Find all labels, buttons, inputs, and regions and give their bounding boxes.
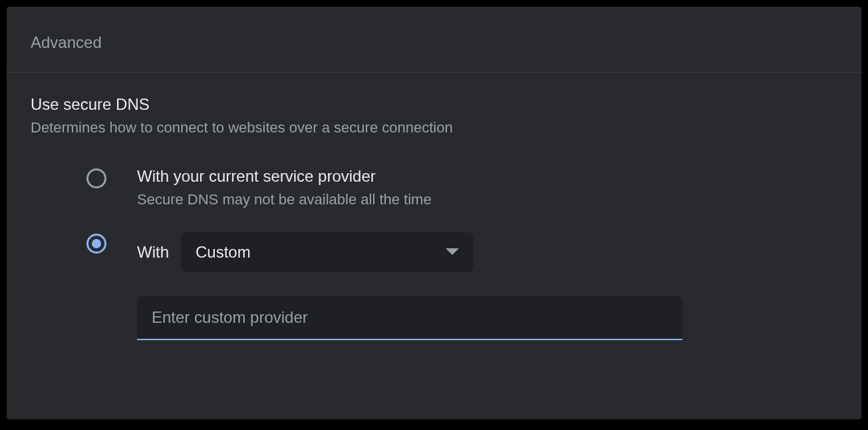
option-with-custom[interactable]: With Custom — [86, 232, 837, 272]
section-title: Advanced — [31, 33, 837, 52]
option-with-label: With — [137, 243, 169, 262]
dns-options: With your current service provider Secur… — [31, 167, 837, 340]
option-current-provider[interactable]: With your current service provider Secur… — [86, 167, 837, 208]
radio-unchecked-icon[interactable] — [86, 168, 106, 188]
option-sublabel: Secure DNS may not be available all the … — [137, 191, 837, 208]
section-header: Advanced — [7, 7, 861, 73]
radio-checked-icon[interactable] — [86, 234, 106, 254]
setting-title: Use secure DNS — [31, 95, 837, 114]
option-label: With your current service provider — [137, 167, 837, 186]
caret-down-icon — [446, 248, 459, 256]
custom-provider-field-wrap — [137, 296, 837, 340]
setting-description: Determines how to connect to websites ov… — [31, 119, 837, 136]
custom-provider-input[interactable] — [137, 296, 682, 340]
dropdown-value: Custom — [196, 243, 251, 262]
settings-panel: Advanced Use secure DNS Determines how t… — [7, 7, 861, 419]
secure-dns-setting: Use secure DNS Determines how to connect… — [7, 73, 861, 363]
dns-provider-dropdown[interactable]: Custom — [181, 232, 474, 272]
